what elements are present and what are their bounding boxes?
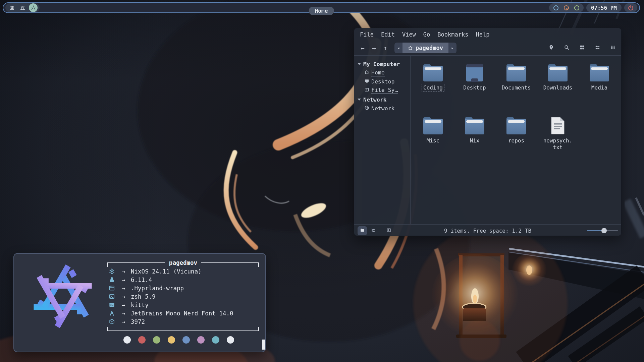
location-pin-icon bbox=[548, 45, 554, 52]
fastfetch-output: pagedmov →NixOS 24.11 (Vicuna)→6.11.4→.H… bbox=[107, 258, 259, 335]
power-button[interactable] bbox=[624, 3, 637, 12]
orange-pie-tray-icon[interactable] bbox=[563, 4, 570, 11]
topbar-right-modules: 07:56 PM bbox=[549, 3, 637, 12]
fetch-line: →.Hyprland-wrapp bbox=[107, 284, 259, 292]
folder-icon bbox=[422, 114, 444, 135]
folder-icon bbox=[505, 61, 527, 82]
clock[interactable]: 07:56 PM bbox=[586, 3, 622, 12]
folder-icon bbox=[422, 61, 444, 82]
sidebar-item-label: Network bbox=[371, 105, 395, 112]
home-icon bbox=[408, 46, 413, 51]
sidebar-item-home[interactable]: Home bbox=[354, 68, 410, 77]
shell-prompt-icon bbox=[107, 293, 116, 300]
palette-color-7 bbox=[227, 336, 234, 344]
file-grid: Coding Desktop Documents Downloads Media… bbox=[411, 56, 620, 224]
file-documents[interactable]: Documents bbox=[495, 61, 537, 114]
path-segment-home[interactable]: pagedmov bbox=[402, 43, 448, 53]
folder-icon bbox=[547, 61, 569, 82]
menu-edit[interactable]: Edit bbox=[377, 30, 398, 39]
arrow-separator: → bbox=[116, 293, 131, 300]
pane-mode-toggles bbox=[358, 226, 378, 235]
workspace-button-1[interactable] bbox=[7, 3, 16, 12]
path-bar: ◂ pagedmov ▸ bbox=[394, 43, 457, 53]
active-window-title: Home bbox=[309, 7, 334, 15]
network-globe-icon bbox=[364, 105, 369, 112]
back-arrow-icon: ← bbox=[361, 44, 364, 52]
places-sidebar: My ComputerHomeDesktopFile Sy…NetworkNet… bbox=[354, 56, 410, 224]
list-view-button[interactable] bbox=[592, 43, 603, 53]
location-pin-button[interactable] bbox=[545, 43, 557, 53]
workspace-button-2[interactable] bbox=[18, 3, 27, 12]
sidebar-item-filesy[interactable]: File Sy… bbox=[354, 86, 410, 95]
file-desktop[interactable]: Desktop bbox=[454, 61, 495, 114]
fetch-lines: →NixOS 24.11 (Vicuna)→6.11.4→.Hyprland-w… bbox=[107, 267, 259, 326]
places-pane-icon bbox=[360, 228, 365, 234]
menu-go[interactable]: Go bbox=[420, 30, 434, 39]
compact-view-button[interactable] bbox=[607, 43, 619, 53]
font-icon bbox=[107, 310, 116, 316]
icon-view-button[interactable] bbox=[576, 43, 588, 53]
arrow-separator: → bbox=[116, 285, 131, 292]
file-misc[interactable]: Misc bbox=[412, 114, 454, 167]
arrow-separator: → bbox=[116, 277, 131, 283]
sidebar-section-network[interactable]: Network bbox=[354, 95, 410, 104]
path-scroll-left[interactable]: ◂ bbox=[394, 43, 402, 53]
icon-zoom-slider[interactable] bbox=[587, 227, 618, 234]
green-ring-tray-icon[interactable] bbox=[573, 4, 580, 11]
menu-bookmarks[interactable]: Bookmarks bbox=[434, 30, 472, 39]
directory-tree-button[interactable] bbox=[368, 226, 378, 235]
search-button[interactable] bbox=[561, 43, 572, 53]
blue-ring-tray-icon[interactable] bbox=[552, 4, 559, 11]
path-scroll-right[interactable]: ▸ bbox=[448, 43, 457, 53]
menu-bar: FileEditViewGoBookmarksHelp bbox=[354, 28, 621, 41]
arrow-separator: → bbox=[116, 302, 131, 308]
sidebar-item-network[interactable]: Network bbox=[354, 104, 410, 113]
up-arrow-button[interactable]: ↑ bbox=[380, 43, 391, 53]
file-label: Coding bbox=[422, 84, 444, 92]
terminal-color-palette bbox=[123, 336, 234, 344]
sidebar-section-my-computer[interactable]: My Computer bbox=[354, 60, 410, 68]
fetch-value: .Hyprland-wrapp bbox=[131, 285, 184, 292]
menu-file[interactable]: File bbox=[356, 30, 377, 39]
palette-color-5 bbox=[197, 336, 205, 344]
fetch-box-bottom bbox=[107, 326, 259, 335]
menu-help[interactable]: Help bbox=[472, 30, 493, 39]
nav-buttons: ←→↑ bbox=[357, 43, 391, 53]
forward-arrow-button[interactable]: → bbox=[368, 43, 380, 53]
places-pane-button[interactable] bbox=[358, 226, 367, 235]
file-nix[interactable]: Nix bbox=[454, 114, 495, 167]
menu-view[interactable]: View bbox=[398, 30, 420, 39]
file-label: Documents bbox=[500, 84, 533, 92]
fetch-line: →NixOS 24.11 (Vicuna) bbox=[107, 267, 259, 276]
file-manager-window: FileEditViewGoBookmarksHelp ←→↑ ◂ pagedm… bbox=[354, 28, 622, 236]
text-file-icon bbox=[547, 114, 569, 135]
nixos-snowflake-icon bbox=[107, 268, 116, 275]
file-newpsych-txt[interactable]: newpsych.​txt bbox=[537, 114, 579, 167]
forward-arrow-icon: → bbox=[372, 44, 376, 52]
pane-toggle-wrap bbox=[384, 226, 393, 235]
file-label: Desktop bbox=[462, 84, 487, 92]
file-label: Nix bbox=[468, 137, 481, 145]
folder-icon bbox=[588, 61, 610, 82]
nixos-logo bbox=[29, 262, 97, 330]
power-icon bbox=[628, 5, 634, 11]
side-pane-toggle-button[interactable] bbox=[384, 226, 393, 235]
status-bar: 9 items, Free space: 1.2 TB bbox=[354, 224, 621, 237]
system-tray bbox=[549, 3, 584, 12]
hostname: pagedmov bbox=[165, 258, 201, 267]
sidebar-item-label: Home bbox=[371, 69, 385, 76]
fetch-line: →zsh 5.9 bbox=[107, 292, 259, 301]
fetch-value: JetBrains Mono Nerd Font 14.0 bbox=[131, 310, 233, 317]
packages-cube-icon bbox=[107, 318, 116, 325]
file-repos[interactable]: repos bbox=[495, 114, 537, 167]
file-downloads[interactable]: Downloads bbox=[537, 61, 579, 114]
sidebar-item-desktop[interactable]: Desktop bbox=[354, 77, 410, 86]
file-media[interactable]: Media bbox=[579, 61, 620, 114]
slider-knob[interactable] bbox=[601, 228, 607, 233]
file-coding[interactable]: Coding bbox=[412, 61, 454, 114]
back-arrow-button[interactable]: ← bbox=[357, 43, 368, 53]
workspace-button-3[interactable] bbox=[29, 3, 38, 12]
view-buttons bbox=[545, 43, 619, 53]
directory-tree-icon bbox=[371, 228, 376, 234]
palette-color-4 bbox=[182, 336, 190, 344]
